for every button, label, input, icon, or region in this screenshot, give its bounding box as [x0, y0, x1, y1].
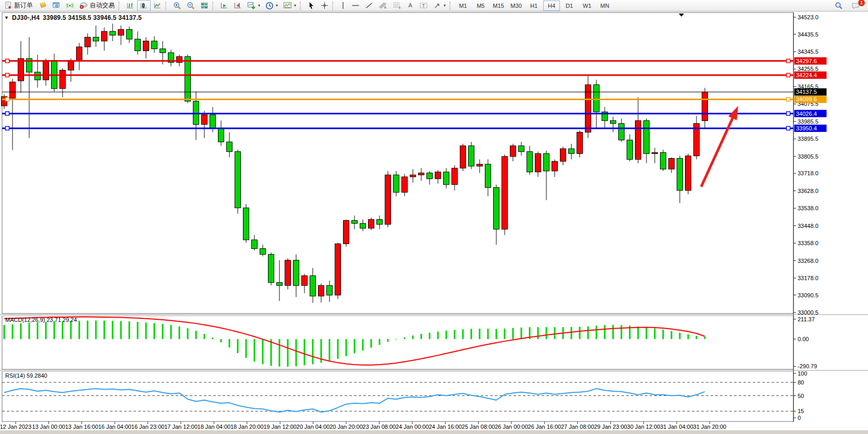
new-order-icon [5, 2, 13, 9]
time-tick-label: 13 Jan 16:00 [65, 424, 99, 430]
candle [677, 159, 683, 190]
notifications-button[interactable]: 1 [849, 0, 863, 11]
line-handle[interactable] [787, 98, 790, 101]
trendline-button[interactable] [362, 0, 376, 11]
new-order-button[interactable]: 新订单 [2, 0, 35, 11]
line-handle[interactable] [787, 126, 790, 130]
bar-chart-icon [126, 2, 135, 9]
timeframe-m30-button[interactable]: M30 [508, 1, 524, 11]
bar-chart-button[interactable] [124, 0, 137, 11]
template-button[interactable]: ▾ [280, 0, 299, 11]
line-handle[interactable] [787, 59, 790, 63]
time-tick-label: 29 Jan 23:00 [594, 424, 627, 430]
terminal-button[interactable] [50, 0, 63, 11]
crosshair-button[interactable] [318, 0, 331, 11]
time-tick-label: 20 Jan 20:00 [329, 424, 363, 430]
time-tick-label: 18 Jan 04:00 [198, 424, 231, 430]
macd-tick-label: -290.79 [798, 363, 817, 369]
timeframe-m1-button[interactable]: M1 [455, 1, 471, 11]
chart-shift-icon [234, 2, 242, 9]
vertical-line-button[interactable] [337, 0, 349, 11]
timeframe-m15-button[interactable]: M15 [490, 1, 507, 11]
timeframe-m5-button[interactable]: M5 [472, 1, 489, 11]
fibonacci-button[interactable]: F [390, 0, 404, 11]
time-axis[interactable]: 12 Jan 202313 Jan 00:0013 Jan 16:0016 Ja… [0, 421, 726, 430]
candlestick-chart-icon [140, 2, 148, 9]
chevron-down-icon[interactable]: ▼ [4, 15, 9, 20]
rsi-tick-label: 0 [798, 415, 801, 421]
candle [360, 223, 366, 228]
candle [210, 115, 216, 128]
auto-scroll-icon [220, 2, 228, 9]
time-tick-label: 26 Jan 00:00 [495, 424, 528, 430]
line-handle[interactable] [6, 98, 9, 101]
gold-button[interactable] [35, 0, 50, 11]
line-handle[interactable] [6, 126, 9, 130]
zoom-in-button[interactable] [170, 0, 184, 11]
price-tick-label: 34255.5 [798, 66, 818, 72]
signal-button[interactable] [63, 0, 77, 11]
candle [268, 255, 274, 283]
time-tick-label: 16 Jan 23:00 [131, 424, 165, 430]
chart-area[interactable]: 34523.034435.534345.534255.534165.534075… [0, 12, 868, 430]
candle [35, 72, 41, 80]
candle [85, 37, 91, 47]
chart-shift-button[interactable] [231, 0, 244, 11]
zoom-in-icon [173, 2, 181, 10]
line-handle[interactable] [787, 74, 790, 77]
price-label: 34099.6 [796, 96, 817, 102]
text-button[interactable]: A [404, 0, 417, 11]
timeframe-d1-button[interactable]: D1 [561, 1, 578, 11]
horizontal-line-button[interactable] [349, 0, 362, 11]
candle [118, 29, 124, 35]
price-label: 34026.4 [796, 111, 817, 117]
price-axis: 34523.034435.534345.534255.534165.534075… [793, 14, 827, 316]
auto-scroll-button[interactable] [217, 0, 231, 11]
candle [10, 82, 16, 98]
toolbar-grip [449, 2, 453, 10]
period-clock-button[interactable]: ▾ [263, 0, 280, 11]
channel-button[interactable]: E [376, 0, 390, 11]
candle [635, 120, 641, 159]
candle [335, 244, 341, 295]
main-price-pane [2, 13, 793, 314]
cursor-button[interactable] [305, 0, 318, 11]
vertical-line-icon [340, 2, 346, 9]
svg-text:E: E [384, 6, 386, 9]
toolbar-grip [332, 2, 335, 10]
line-chart-icon [153, 2, 162, 9]
candlestick-chart[interactable]: 34523.034435.534345.534255.534165.534075… [0, 12, 868, 430]
candle [702, 92, 708, 120]
timeframe-h4-button[interactable]: H4 [543, 1, 560, 11]
candlestick-chart-button[interactable] [137, 0, 151, 11]
price-tick-label: 33090.5 [798, 292, 818, 298]
shapes-button[interactable]: ▾ [431, 0, 448, 11]
timeframe-group: M1M5M15M30H1H4D1W1MN [455, 1, 613, 11]
fibonacci-icon: F [393, 2, 401, 9]
tile-windows-button[interactable] [198, 0, 211, 11]
line-handle[interactable] [6, 59, 9, 63]
line-handle[interactable] [6, 74, 9, 77]
ohlc-values: 33989.5 34158.5 33946.5 34137.5 [43, 14, 142, 21]
timeframe-w1-button[interactable]: W1 [579, 1, 595, 11]
line-handle[interactable] [787, 112, 790, 115]
candle [577, 132, 583, 153]
candle [510, 146, 516, 156]
timeframe-mn-button[interactable]: MN [596, 1, 613, 11]
new-chart-button[interactable]: ▾ [244, 0, 263, 11]
line-handle[interactable] [6, 112, 9, 115]
toolbar-grip [300, 2, 303, 10]
timeframe-h1-button[interactable]: H1 [525, 1, 542, 11]
label-button[interactable]: T [417, 0, 431, 11]
candle [143, 41, 149, 51]
time-tick-label: 13 Jan 00:00 [32, 424, 66, 430]
autotrade-button[interactable]: 自动交易 [77, 0, 117, 11]
search-button[interactable] [832, 0, 846, 11]
candle [110, 31, 116, 35]
price-tick-label: 33718.0 [798, 170, 818, 176]
price-tick-label: 34435.5 [798, 31, 818, 38]
zoom-out-button[interactable] [184, 0, 198, 11]
line-chart-button[interactable] [151, 0, 164, 11]
candle [594, 85, 600, 112]
chevron-down-icon: ▾ [294, 3, 296, 8]
